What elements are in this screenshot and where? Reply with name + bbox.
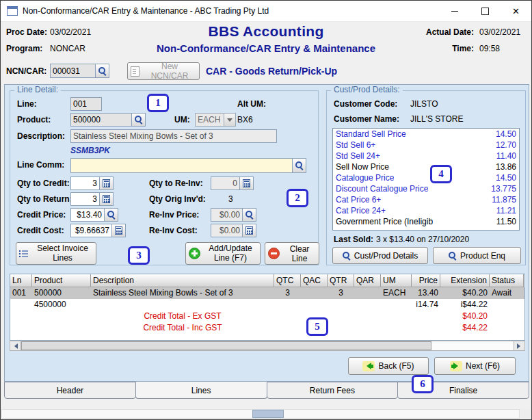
new-ncn-button[interactable]: New NCN/CAR	[127, 62, 200, 80]
scroll-right-button[interactable]	[514, 341, 524, 350]
qty-credit-calc-button[interactable]	[100, 176, 114, 190]
window-scroll-thumb[interactable]	[252, 410, 284, 418]
column-header-qac[interactable]: QAC	[301, 274, 328, 287]
product-field	[70, 113, 146, 127]
next-button[interactable]: Next (F6)	[434, 357, 516, 375]
select-invoice-lines-label: Select Invoice Lines	[32, 244, 93, 263]
price-row[interactable]: Standard Sell Price14.50	[333, 129, 519, 140]
price-row[interactable]: Cat Price 6+11.875	[333, 194, 519, 205]
minimize-button[interactable]	[439, 1, 470, 21]
maximize-button[interactable]	[470, 1, 501, 21]
tab-return-fees[interactable]: Return Fees	[267, 382, 399, 399]
tab-lines[interactable]: Lines	[135, 382, 267, 399]
column-header-status[interactable]: Status	[490, 274, 524, 287]
um-combo[interactable]: EACH	[195, 113, 236, 127]
product-enq-button[interactable]: Product Enq	[433, 247, 521, 264]
qty-reinv-calc-button[interactable]	[240, 176, 254, 190]
scroll-track[interactable]	[21, 341, 514, 350]
cust-prod-details-label: Cust/Prod Details	[354, 251, 418, 261]
line-input[interactable]	[70, 97, 102, 111]
search-icon	[449, 252, 457, 260]
column-header-ln[interactable]: Ln	[10, 274, 32, 287]
close-button[interactable]: ✕	[501, 1, 531, 21]
qty-credit-input[interactable]	[70, 176, 100, 190]
line-comm-search-button[interactable]	[293, 158, 306, 173]
credit-cost-field	[70, 224, 126, 237]
credit-price-input[interactable]	[70, 208, 105, 222]
column-header-qtc[interactable]: QTC	[274, 274, 301, 287]
cell-ln	[10, 299, 32, 311]
column-header-product[interactable]: Product	[32, 274, 91, 287]
new-document-icon	[131, 66, 139, 77]
price-value: 11.875	[492, 194, 516, 205]
ncn-search-button[interactable]	[96, 64, 109, 78]
price-row[interactable]: Government Price (Ineligib11.50	[333, 216, 519, 227]
cell-extension: $40.20	[440, 287, 490, 299]
cell-um	[381, 299, 412, 311]
select-invoice-lines-button[interactable]: Select Invoice Lines	[16, 242, 96, 265]
column-header-qtr[interactable]: QTR	[328, 274, 354, 287]
column-header-um[interactable]: UM	[381, 274, 412, 287]
line-comm-field	[70, 158, 306, 173]
cust-prod-details-button[interactable]: Cust/Prod Details	[332, 247, 428, 264]
product-input[interactable]	[70, 113, 132, 127]
tab-header[interactable]: Header	[4, 382, 136, 399]
table-row[interactable]: 001 500000 Stainless Steel Mixing Bowls …	[10, 287, 524, 299]
search-icon	[107, 211, 116, 219]
search-icon	[98, 67, 107, 75]
app-title: BBS Accounting	[110, 23, 422, 40]
reinv-cost-input[interactable]	[211, 224, 243, 237]
cell-qtc: 3	[274, 287, 301, 299]
qty-reinv-field	[211, 176, 254, 190]
cell-price	[412, 311, 440, 322]
add-update-line-button[interactable]: Add/Update Line (F7)	[185, 242, 261, 265]
price-row[interactable]: Cat Price 24+11.21	[333, 205, 519, 216]
price-row[interactable]: Std Sell 6+12.70	[333, 140, 519, 150]
cust-prod-title: Cust/Prod Details:	[331, 85, 403, 94]
table-row-secondary[interactable]: 4500000 i14.74 i$44.22	[10, 299, 524, 311]
cell-product: 500000	[32, 287, 91, 299]
um-dropdown-button[interactable]	[224, 114, 235, 126]
window-hscrollbar[interactable]	[1, 409, 520, 419]
column-header-description[interactable]: Description	[91, 274, 274, 287]
description-input[interactable]	[70, 129, 277, 143]
um-label: UM:	[174, 115, 190, 124]
price-row[interactable]: Std Sell 24+11.40	[333, 150, 519, 161]
credit-cost-calc-button[interactable]	[112, 224, 126, 237]
reinv-price-search-button[interactable]	[243, 208, 256, 222]
scroll-right-icon	[517, 343, 523, 349]
price-label: Cat Price 24+	[336, 205, 386, 216]
clear-line-button[interactable]: Clear Line	[265, 242, 319, 265]
back-button[interactable]: Back (F5)	[348, 357, 429, 375]
column-header-qar[interactable]: QAR	[354, 274, 381, 287]
price-label: Standard Sell Price	[336, 129, 406, 140]
lines-table: Ln Product Description QTC QAC QTR QAR U…	[10, 274, 525, 341]
scroll-thumb[interactable]	[21, 341, 431, 350]
price-row[interactable]: Catalogue Price14.50	[333, 172, 519, 183]
price-row[interactable]: Discount Catalogue Price13.775	[333, 183, 519, 194]
reinv-cost-calc-button[interactable]	[243, 224, 256, 237]
line-detail-title: Line Detail:	[14, 85, 61, 94]
scroll-left-button[interactable]	[10, 341, 21, 350]
qty-credit-field	[70, 176, 114, 190]
time-label: Time:	[421, 44, 474, 53]
cell-um	[381, 311, 412, 322]
line-comm-input[interactable]	[70, 158, 293, 173]
reinv-cost-label: Re-Inv Cost:	[149, 226, 198, 235]
ncn-input[interactable]	[50, 64, 96, 78]
product-search-button[interactable]	[132, 113, 146, 127]
tab-finalise-label: Finalise	[449, 386, 477, 395]
cell-qtc	[274, 322, 301, 334]
price-row[interactable]: Sell Now Price13.86	[333, 161, 519, 172]
calculator-icon	[243, 179, 250, 187]
credit-cost-input[interactable]	[70, 224, 112, 237]
credit-price-search-button[interactable]	[105, 208, 118, 222]
column-header-price[interactable]: Price	[412, 274, 440, 287]
product-code-text: SSMB3PK	[70, 146, 110, 155]
reinv-price-input[interactable]	[211, 208, 243, 222]
invoice-list-icon	[19, 250, 29, 258]
qty-reinv-input[interactable]	[211, 176, 240, 190]
column-header-extension[interactable]: Extension	[440, 274, 490, 287]
qty-return-calc-button[interactable]	[100, 192, 114, 206]
qty-return-input[interactable]	[70, 192, 100, 206]
